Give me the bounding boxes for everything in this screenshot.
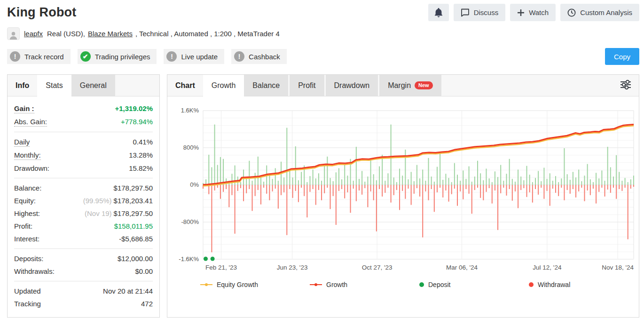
legend-label: Equity Growth <box>217 281 258 288</box>
page-title: King Robot <box>7 5 76 20</box>
tab-drawdown[interactable]: Drawdown <box>326 75 378 96</box>
stat-label: Monthly: <box>14 151 41 160</box>
badge-track-record[interactable]: !Track record <box>7 49 71 64</box>
custom-analysis-button[interactable]: Custom Analysis <box>560 4 639 21</box>
badge-label: Cashback <box>249 53 280 61</box>
svg-text:-1.6K%: -1.6K% <box>179 255 199 263</box>
stats-row: Abs. Gain:+778.94% <box>14 115 153 128</box>
account-details: , Technical , Automated , 1:200 , MetaTr… <box>135 30 280 38</box>
tab-label: Balance <box>252 81 280 90</box>
stat-value: $0.00 <box>135 267 153 276</box>
sliders-icon <box>620 80 631 92</box>
exclamation-icon: ! <box>234 51 244 62</box>
legend-dot-marker <box>419 282 424 287</box>
stats-row: UpdatedNov 20 at 21:44 <box>14 285 153 297</box>
stat-label: Updated <box>14 287 41 295</box>
stats-row: Monthly:13.28% <box>14 149 153 162</box>
custom-analysis-label: Custom Analysis <box>580 8 632 16</box>
account-type: Real (USD), <box>47 30 85 38</box>
svg-text:Feb 21, '23: Feb 21, '23 <box>205 264 237 271</box>
stats-group: UpdatedNov 20 at 21:44Tracking472 <box>14 281 153 313</box>
stat-label: Withdrawals: <box>14 267 55 276</box>
legend-item-equity-growth[interactable]: Equity Growth <box>200 281 310 288</box>
stats-group: Gain :+1,319.02%Abs. Gain:+778.94% <box>14 99 153 132</box>
svg-text:1.6K%: 1.6K% <box>181 107 199 114</box>
main-content: Info StatsGeneral Gain :+1,319.02%Abs. G… <box>7 74 639 318</box>
watch-button[interactable]: Watch <box>510 4 556 21</box>
svg-text:Jun 23, '23: Jun 23, '23 <box>277 264 308 271</box>
badge-trading-privileges[interactable]: ✔Trading privileges <box>78 49 157 64</box>
svg-text:Oct 27, '23: Oct 27, '23 <box>362 264 393 271</box>
stat-value: (Nov 19)$178,297.50 <box>85 209 153 218</box>
account-line: leapfx Real (USD), Blaze Markets , Techn… <box>7 27 639 40</box>
legend-item-withdrawal[interactable]: Withdrawal <box>529 281 638 288</box>
svg-text:0%: 0% <box>190 181 199 188</box>
verification-badges: !Track record✔Trading privileges!Live up… <box>7 48 639 65</box>
tab-profit[interactable]: Profit <box>290 75 324 96</box>
legend-label: Growth <box>326 281 347 288</box>
avatar[interactable] <box>7 27 20 40</box>
stats-group: Daily0.41%Monthly:13.28%Drawdown:15.82% <box>14 132 153 178</box>
stat-label: Abs. Gain: <box>14 117 47 127</box>
discuss-label: Discuss <box>474 8 499 16</box>
legend-item-growth[interactable]: Growth <box>310 281 419 288</box>
stat-value: (99.95%)$178,203.41 <box>83 196 153 205</box>
tab-margin[interactable]: MarginNew <box>379 75 441 96</box>
tab-label: Drawdown <box>334 81 370 90</box>
copy-button[interactable]: Copy <box>605 48 639 65</box>
svg-text:Mar 06, '24: Mar 06, '24 <box>446 264 478 271</box>
plus-icon <box>517 9 525 16</box>
stats-row: Tracking472 <box>14 297 153 310</box>
header-buttons: Discuss Watch Custom Analysis <box>428 4 639 21</box>
stat-label: Tracking <box>14 299 41 308</box>
stats-row: Balance:$178,297.50 <box>14 182 153 194</box>
badge-label: Trading privileges <box>95 53 150 61</box>
stat-value: Nov 20 at 21:44 <box>103 287 153 295</box>
stat-value: +1,319.02% <box>115 104 153 113</box>
chart-settings-button[interactable] <box>613 75 639 96</box>
svg-text:800%: 800% <box>183 144 199 151</box>
stat-label: Daily <box>14 137 30 147</box>
badges-list: !Track record✔Trading privileges!Live up… <box>7 49 287 64</box>
chart-tabs: GrowthBalanceProfitDrawdownMarginNew <box>203 75 443 96</box>
chart-panel-tabs: Chart GrowthBalanceProfitDrawdownMarginN… <box>167 75 639 96</box>
notifications-button[interactable] <box>428 4 449 21</box>
discuss-button[interactable]: Discuss <box>454 4 506 21</box>
stat-value: $158,011.95 <box>114 222 153 231</box>
tab-label: Stats <box>46 81 63 90</box>
new-badge: New <box>415 81 433 89</box>
legend-dot-marker <box>529 282 534 287</box>
legend-label: Withdrawal <box>538 281 570 288</box>
stat-value: -$5,686.85 <box>119 234 153 243</box>
info-panel: Info StatsGeneral Gain :+1,319.02%Abs. G… <box>7 74 160 318</box>
chart-panel: Chart GrowthBalanceProfitDrawdownMarginN… <box>167 74 639 318</box>
badge-label: Live update <box>181 53 218 61</box>
username-link[interactable]: leapfx <box>24 30 43 38</box>
check-icon: ✔ <box>80 51 91 62</box>
stat-label: Deposits: <box>14 254 44 263</box>
stats-row: Daily0.41% <box>14 136 153 149</box>
legend-label: Deposit <box>428 281 450 288</box>
bell-icon <box>434 8 443 17</box>
badge-cashback[interactable]: !Cashback <box>231 49 287 64</box>
tab-balance[interactable]: Balance <box>244 75 288 96</box>
broker-link[interactable]: Blaze Markets <box>88 30 133 38</box>
tab-label: General <box>80 81 107 90</box>
chat-icon <box>461 8 470 17</box>
growth-chart-area[interactable]: 1.6K%800%0%-800%-1.6K%Feb 21, '23Jun 23,… <box>167 96 639 317</box>
tab-stats[interactable]: Stats <box>37 75 71 96</box>
stat-label: Interest: <box>14 234 39 243</box>
exclamation-icon: ! <box>10 51 20 62</box>
stats-row: Highest:(Nov 19)$178,297.50 <box>14 207 153 220</box>
stat-value: +778.94% <box>121 117 153 126</box>
tab-general[interactable]: General <box>71 75 115 96</box>
tab-growth[interactable]: Growth <box>203 75 244 96</box>
stat-value: 13.28% <box>129 151 153 160</box>
badge-live-update[interactable]: !Live update <box>164 49 224 64</box>
legend-item-deposit[interactable]: Deposit <box>419 281 529 288</box>
tab-label: Margin <box>388 81 411 90</box>
chart-panel-label: Chart <box>167 75 203 96</box>
growth-chart-svg: 1.6K%800%0%-800%-1.6K%Feb 21, '23Jun 23,… <box>167 96 639 276</box>
stat-label: Equity: <box>14 196 36 205</box>
stat-value: 0.41% <box>133 137 153 146</box>
